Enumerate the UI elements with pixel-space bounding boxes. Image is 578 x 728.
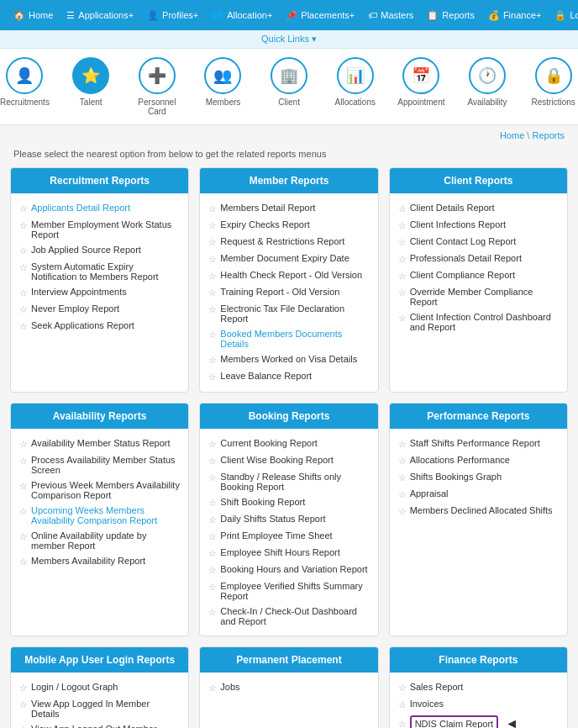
nav-allocation[interactable]: 🌐 Allocation+ xyxy=(205,10,279,21)
list-item[interactable]: ☆Booking Hours and Variation Report xyxy=(208,562,369,578)
nav-placements[interactable]: 📌 Placements+ xyxy=(279,10,361,21)
list-item[interactable]: ☆Never Employ Report xyxy=(19,301,180,318)
recruitment-reports-box: Recruitment Reports ☆Applicants Detail R… xyxy=(10,167,189,393)
list-item[interactable]: ☆Booked Members Documents Details xyxy=(208,326,369,351)
list-item[interactable]: ☆Upcoming Weeks Members Availability Com… xyxy=(19,503,180,528)
list-item[interactable]: ☆Job Applied Source Report xyxy=(19,242,180,259)
list-item[interactable]: ☆Members Availability Report xyxy=(19,553,180,570)
nav-masters[interactable]: 🏷 Masters xyxy=(361,10,420,20)
list-item[interactable]: ☆View App Logged Out Member Details xyxy=(19,721,180,728)
star-icon: ☆ xyxy=(208,472,217,483)
list-item[interactable]: ☆Invoices xyxy=(398,696,559,713)
icon-nav-personnel[interactable]: ➕ Personnel Card xyxy=(133,57,182,116)
list-item[interactable]: ☆Member Document Expiry Date xyxy=(208,251,369,267)
nav-reports[interactable]: 📋 Reports xyxy=(420,10,481,21)
icon-nav-row: 👤 Recruitments ⭐ Talent ➕ Personnel Card… xyxy=(0,49,578,125)
quick-links-bar[interactable]: Quick Links ▾ xyxy=(0,30,578,49)
list-item[interactable]: ☆Members Declined Allocated Shifts xyxy=(398,503,559,520)
list-item[interactable]: ☆Daily Shifts Status Report xyxy=(208,511,369,528)
list-item[interactable]: ☆Client Contact Log Report xyxy=(398,234,559,251)
list-item[interactable]: ☆Interview Appointments xyxy=(19,284,180,301)
nav-applications[interactable]: ☰ Applications+ xyxy=(60,10,140,21)
list-item[interactable]: ☆Process Availability Member Status Scre… xyxy=(19,452,180,477)
star-icon: ☆ xyxy=(208,582,217,593)
list-item[interactable]: ☆Client Infection Control Dashboard and … xyxy=(398,309,559,335)
list-item[interactable]: ☆Override Member Compliance Report xyxy=(398,284,559,309)
list-item[interactable]: ☆Employee Verified Shifts Summary Report xyxy=(208,578,369,604)
ndis-claim-report-label[interactable]: NDIS Claim Report xyxy=(410,715,499,728)
list-item[interactable]: ☆Jobs xyxy=(208,679,369,696)
list-item[interactable]: ☆Client Compliance Report xyxy=(398,267,559,284)
list-item[interactable]: ☆Current Booking Report xyxy=(208,435,369,452)
list-item[interactable]: ☆Members Detail Report xyxy=(208,200,369,217)
star-icon: ☆ xyxy=(398,472,407,483)
icon-nav-availability[interactable]: 🕐 Availability xyxy=(463,57,512,116)
list-item[interactable]: ☆Member Employment Work Status Report xyxy=(19,217,180,242)
recruitments-icon: 👤 xyxy=(6,57,43,94)
list-item[interactable]: ☆Members Worked on Visa Details xyxy=(208,351,369,368)
list-item[interactable]: ☆Login / Logout Graph xyxy=(19,679,180,696)
list-item[interactable]: ☆Client Wise Booking Report xyxy=(208,452,369,469)
list-item[interactable]: ☆Request & Restrictions Report xyxy=(208,234,369,251)
star-icon: ☆ xyxy=(208,514,217,525)
list-item[interactable]: ☆Seek Applications Report xyxy=(19,318,180,335)
list-item[interactable]: ☆Client Infections Report xyxy=(398,217,559,234)
nav-finance[interactable]: 💰 Finance+ xyxy=(481,10,549,21)
list-item[interactable]: ☆Leave Balance Report xyxy=(208,368,369,385)
star-icon: ☆ xyxy=(398,254,407,265)
personnel-icon: ➕ xyxy=(139,57,176,94)
star-icon: ☆ xyxy=(208,683,217,694)
icon-nav-members[interactable]: 👥 Members xyxy=(198,57,248,116)
booking-reports-box: Booking Reports ☆Current Booking Report … xyxy=(199,403,378,636)
permanent-placement-box: Permanent Placement ☆Jobs xyxy=(199,646,378,728)
icon-nav-restrictions[interactable]: 🔒 Restrictions xyxy=(528,57,578,116)
list-item[interactable]: ☆Print Employee Time Sheet xyxy=(208,528,369,545)
list-item[interactable]: ☆Previous Week Members Availability Comp… xyxy=(19,477,180,503)
availability-reports-box: Availability Reports ☆Availability Membe… xyxy=(10,403,189,636)
list-item[interactable]: ☆View App Logged In Member Details xyxy=(19,696,180,721)
appointment-icon: 📅 xyxy=(402,57,439,94)
star-icon: ☆ xyxy=(208,548,217,559)
list-item[interactable]: ☆Sales Report xyxy=(398,679,559,696)
list-item[interactable]: ☆Check-In / Check-Out Dashboard and Repo… xyxy=(208,604,369,629)
nav-logins[interactable]: 🔒 Logins+ xyxy=(548,10,578,21)
star-icon: ☆ xyxy=(19,220,28,231)
star-icon: ☆ xyxy=(19,699,28,710)
star-icon: ☆ xyxy=(398,237,407,248)
list-item[interactable]: ☆Online Availability update by member Re… xyxy=(19,528,180,553)
ndis-claim-report-item[interactable]: ☆ NDIS Claim Report ◄ xyxy=(398,713,559,728)
list-item[interactable]: ☆Staff Shifts Performance Report xyxy=(398,435,559,452)
list-item[interactable]: ☆Client Details Report xyxy=(398,200,559,217)
list-item[interactable]: ☆Shift Booking Report xyxy=(208,494,369,511)
list-item[interactable]: ☆Standby / Release Shifts only Booking R… xyxy=(208,469,369,494)
availability-reports-body: ☆Availability Member Status Report ☆Proc… xyxy=(11,429,188,577)
members-icon: 👥 xyxy=(204,57,241,94)
list-item[interactable]: ☆Applicants Detail Report xyxy=(19,200,180,217)
list-item[interactable]: ☆Health Check Report - Old Version xyxy=(208,267,369,284)
list-item[interactable]: ☆Allocations Performance xyxy=(398,452,559,469)
star-icon: ☆ xyxy=(19,439,28,450)
star-icon: ☆ xyxy=(208,304,217,315)
reports-grid: Recruitment Reports ☆Applicants Detail R… xyxy=(10,167,568,728)
client-reports-title: Client Reports xyxy=(390,168,567,193)
star-icon: ☆ xyxy=(208,456,217,467)
breadcrumb-home[interactable]: Home xyxy=(500,130,524,140)
nav-profiles[interactable]: 👤 Profiles+ xyxy=(140,10,205,21)
list-item[interactable]: ☆System Automatic Expiry Notification to… xyxy=(19,259,180,284)
star-icon: ☆ xyxy=(398,456,407,467)
icon-nav-allocations[interactable]: 📊 Allocations xyxy=(330,57,380,116)
list-item[interactable]: ☆Employee Shift Hours Report xyxy=(208,545,369,562)
list-item[interactable]: ☆Appraisal xyxy=(398,486,559,503)
nav-home[interactable]: 🏠 Home xyxy=(7,10,60,21)
icon-nav-talent[interactable]: ⭐ Talent xyxy=(66,57,116,116)
icon-nav-appointment[interactable]: 📅 Appointment xyxy=(397,57,446,116)
list-item[interactable]: ☆Expiry Checks Report xyxy=(208,217,369,234)
list-item[interactable]: ☆Availability Member Status Report xyxy=(19,435,180,452)
list-item[interactable]: ☆Training Report - Old Version xyxy=(208,284,369,301)
list-item[interactable]: ☆Electronic Tax File Declaration Report xyxy=(208,301,369,326)
breadcrumb-current[interactable]: Reports xyxy=(532,130,565,140)
icon-nav-client[interactable]: 🏢 Client xyxy=(265,57,314,116)
list-item[interactable]: ☆Professionals Detail Report xyxy=(398,251,559,267)
list-item[interactable]: ☆Shifts Bookings Graph xyxy=(398,469,559,486)
icon-nav-recruitments[interactable]: 👤 Recruitments xyxy=(0,57,50,116)
